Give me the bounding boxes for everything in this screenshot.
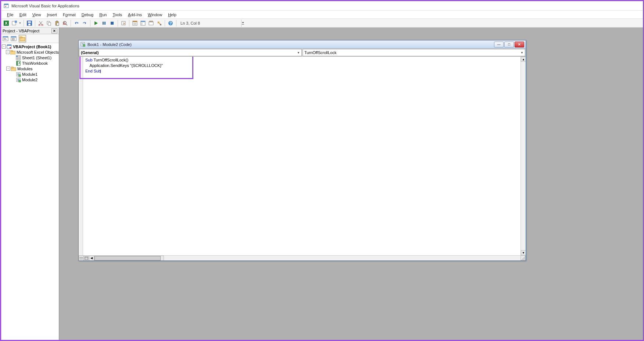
copy-icon[interactable] bbox=[45, 19, 53, 27]
horizontal-scrollbar[interactable]: ◀ bbox=[79, 255, 526, 260]
svg-text:X: X bbox=[18, 61, 21, 65]
svg-rect-37 bbox=[160, 24, 161, 25]
reset-icon[interactable] bbox=[108, 19, 116, 27]
cut-icon[interactable] bbox=[37, 19, 44, 27]
menubar: File Edit View Insert Format Debug Run T… bbox=[1, 11, 643, 19]
help-icon[interactable]: ? bbox=[167, 19, 174, 27]
collapse-icon[interactable]: − bbox=[2, 45, 6, 49]
menu-format[interactable]: Format bbox=[60, 12, 79, 18]
svg-rect-47 bbox=[11, 36, 16, 38]
close-button[interactable]: ✕ bbox=[515, 42, 524, 47]
project-explorer-pane: Project - VBAProject ✕ − VBAProject (Boo… bbox=[1, 28, 59, 340]
folder-icon bbox=[11, 66, 16, 71]
code-window: Book1 - Module2 (Code) — □ ✕ (General) ▼… bbox=[78, 40, 526, 261]
view-excel-icon[interactable]: X bbox=[3, 19, 10, 27]
resize-grip-icon[interactable] bbox=[520, 255, 526, 260]
module-window-icon bbox=[80, 42, 86, 47]
scroll-down-icon[interactable]: ▼ bbox=[521, 250, 526, 255]
tree-module2[interactable]: Module2 bbox=[1, 77, 59, 82]
project-pane-close-button[interactable]: ✕ bbox=[51, 28, 57, 33]
procedure-view-icon[interactable] bbox=[79, 256, 84, 261]
toolbar-overflow-icon[interactable] bbox=[241, 19, 244, 27]
tree-root-label: VBAProject (Book1) bbox=[13, 45, 51, 49]
paste-icon[interactable] bbox=[53, 19, 61, 27]
chevron-down-icon: ▼ bbox=[520, 51, 523, 54]
svg-rect-52 bbox=[7, 45, 11, 46]
procedure-dropdown-value: TurnOffScrollLock bbox=[304, 50, 336, 55]
svg-rect-50 bbox=[20, 37, 22, 38]
svg-rect-43 bbox=[3, 36, 8, 38]
menu-window[interactable]: Window bbox=[145, 12, 165, 18]
toolbar: X ▼ A ? Ln 3, Col 8 bbox=[1, 19, 643, 28]
object-dropdown[interactable]: (General) ▼ bbox=[79, 49, 302, 56]
menu-view[interactable]: View bbox=[29, 12, 44, 18]
tree-sheet1[interactable]: Sheet1 (Sheet1) bbox=[1, 55, 59, 60]
code-window-titlebar[interactable]: Book1 - Module2 (Code) — □ ✕ bbox=[79, 40, 526, 49]
run-icon[interactable] bbox=[92, 19, 100, 27]
scroll-left-icon[interactable]: ◀ bbox=[89, 256, 94, 261]
svg-marker-40 bbox=[242, 22, 244, 24]
menu-edit[interactable]: Edit bbox=[17, 12, 29, 18]
svg-rect-48 bbox=[12, 38, 14, 40]
code-margin bbox=[79, 57, 83, 255]
svg-rect-23 bbox=[104, 22, 105, 25]
chevron-down-icon: ▼ bbox=[297, 51, 300, 54]
menu-insert[interactable]: Insert bbox=[44, 12, 60, 18]
tree-root[interactable]: − VBAProject (Book1) bbox=[1, 44, 59, 49]
tree-thisworkbook[interactable]: X ThisWorkbook bbox=[1, 60, 59, 66]
maximize-button[interactable]: □ bbox=[504, 42, 514, 47]
view-code-icon[interactable] bbox=[2, 35, 9, 42]
svg-point-53 bbox=[10, 47, 11, 49]
svg-rect-12 bbox=[48, 22, 51, 25]
tree-module2-label: Module2 bbox=[22, 78, 37, 82]
svg-rect-63 bbox=[17, 61, 18, 65]
collapse-icon[interactable]: − bbox=[6, 67, 10, 71]
project-pane-title: Project - VBAProject bbox=[3, 29, 39, 33]
menu-addins[interactable]: Add-Ins bbox=[125, 12, 145, 18]
object-browser-icon[interactable] bbox=[147, 19, 155, 27]
code-text: Application.SendKeys bbox=[85, 63, 130, 68]
scroll-thumb-track[interactable] bbox=[94, 256, 164, 261]
design-mode-icon[interactable] bbox=[120, 19, 127, 27]
toggle-folders-icon[interactable] bbox=[19, 35, 26, 42]
redo-icon[interactable] bbox=[81, 19, 88, 27]
break-icon[interactable] bbox=[100, 19, 108, 27]
code-keyword: End Sub bbox=[85, 69, 101, 73]
svg-rect-66 bbox=[11, 67, 13, 68]
menu-debug[interactable]: Debug bbox=[79, 12, 96, 18]
insert-module-icon[interactable] bbox=[11, 19, 18, 27]
svg-rect-27 bbox=[133, 21, 137, 22]
scroll-up-icon[interactable]: ▲ bbox=[521, 57, 526, 62]
collapse-icon[interactable]: − bbox=[6, 50, 10, 54]
tree-excel-objects-label: Microsoft Excel Objects bbox=[17, 50, 59, 54]
tree-excel-objects[interactable]: − Microsoft Excel Objects bbox=[1, 49, 59, 55]
minimize-button[interactable]: — bbox=[494, 42, 504, 47]
tree-modules-label: Modules bbox=[17, 67, 33, 71]
save-icon[interactable] bbox=[26, 19, 33, 27]
menu-run[interactable]: Run bbox=[96, 12, 110, 18]
menu-tools[interactable]: Tools bbox=[110, 12, 125, 18]
svg-rect-22 bbox=[103, 22, 104, 25]
object-dropdown-value: (General) bbox=[81, 50, 99, 55]
tree-modules[interactable]: − Modules bbox=[1, 66, 59, 71]
find-icon[interactable]: A bbox=[61, 19, 69, 27]
svg-rect-7 bbox=[28, 21, 31, 23]
menu-help[interactable]: Help bbox=[165, 12, 179, 18]
undo-icon[interactable] bbox=[73, 19, 80, 27]
tree-module1[interactable]: Module1 bbox=[1, 71, 59, 77]
code-dropdowns: (General) ▼ TurnOffScrollLock ▼ bbox=[79, 49, 526, 57]
code-editor[interactable]: Sub TurnOffScrollLock() Application.Send… bbox=[83, 57, 520, 255]
project-explorer-icon[interactable] bbox=[131, 19, 139, 27]
vbaproject-icon bbox=[7, 44, 12, 49]
full-module-view-icon[interactable] bbox=[84, 256, 89, 261]
scroll-thumb[interactable] bbox=[94, 256, 161, 260]
view-object-icon[interactable] bbox=[10, 35, 17, 42]
menu-file[interactable]: File bbox=[4, 12, 17, 18]
properties-window-icon[interactable] bbox=[139, 19, 147, 27]
svg-rect-36 bbox=[151, 21, 153, 22]
svg-rect-80 bbox=[83, 45, 85, 46]
vertical-scrollbar[interactable]: ▲ ▼ bbox=[520, 57, 526, 255]
toolbox-icon[interactable] bbox=[155, 19, 163, 27]
procedure-dropdown[interactable]: TurnOffScrollLock ▼ bbox=[303, 49, 525, 56]
tree-module1-label: Module1 bbox=[22, 72, 37, 77]
